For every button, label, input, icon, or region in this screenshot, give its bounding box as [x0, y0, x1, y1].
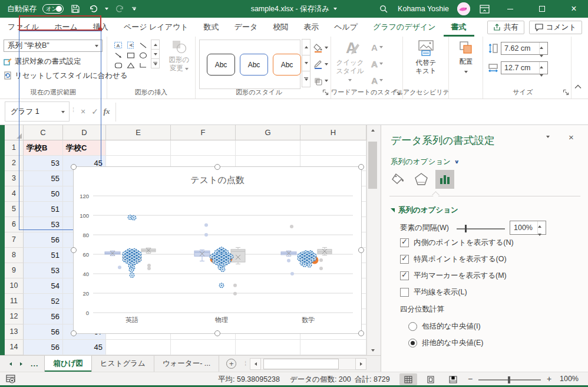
ribbon-tab-1[interactable]: ホーム: [47, 18, 85, 37]
radio-row-1[interactable]: 排他的な中央値(E): [408, 337, 483, 348]
cell-C3[interactable]: 55: [24, 171, 63, 186]
row-header-12[interactable]: 12: [5, 309, 24, 324]
checkbox-row-0[interactable]: 内側のポイントを表示する(N): [400, 237, 514, 248]
chart-element-dropdown[interactable]: 系列 "学校B": [4, 40, 103, 52]
more-sheets-icon[interactable]: ...: [31, 360, 38, 368]
row-header-13[interactable]: 13: [5, 324, 24, 340]
shape-style-black[interactable]: Abc: [207, 54, 235, 76]
outlier-point[interactable]: [233, 292, 237, 296]
vertical-scrollbar[interactable]: [366, 125, 378, 355]
quick-access-overflow-icon[interactable]: [132, 7, 136, 11]
pane-section-selector[interactable]: 系列のオプション ∨: [391, 157, 460, 167]
shape-gallery-more[interactable]: [151, 58, 160, 68]
radio-row-0[interactable]: 包括的な中央値(I): [408, 321, 481, 332]
search-icon[interactable]: [378, 3, 389, 15]
cell-C6[interactable]: 53: [24, 217, 63, 232]
cell-C12[interactable]: 56: [24, 309, 63, 324]
row-header-7[interactable]: 7: [5, 232, 24, 248]
sheet-tab-0[interactable]: 箱ひげ図: [44, 356, 92, 372]
cell-H14[interactable]: [300, 340, 366, 355]
status-average[interactable]: 平均: 59.38095238: [218, 375, 280, 385]
share-button[interactable]: 共有: [487, 21, 524, 34]
collapse-ribbon-icon[interactable]: [574, 83, 582, 91]
cell-D1[interactable]: 学校C: [63, 140, 106, 156]
chart-handle-bl[interactable]: [71, 330, 77, 336]
row-header-10[interactable]: 10: [5, 278, 24, 294]
pane-close-icon[interactable]: ×: [569, 132, 574, 142]
ribbon-tab-8[interactable]: ヘルプ: [326, 18, 365, 37]
size-dialog-launcher[interactable]: [563, 89, 569, 96]
ribbon-tab-6[interactable]: 校閲: [265, 18, 296, 37]
page-break-view-button[interactable]: [444, 373, 462, 385]
gap-width-field[interactable]: 100%: [510, 221, 546, 235]
elbow-connector-icon[interactable]: [137, 60, 149, 70]
cell-C13[interactable]: 56: [24, 324, 63, 340]
row-header-1[interactable]: 1: [5, 140, 24, 156]
scroll-up-button[interactable]: [367, 125, 379, 135]
cell-C2[interactable]: 53: [24, 156, 63, 171]
gap-width-slider[interactable]: [457, 228, 505, 229]
ribbon-tab-7[interactable]: 表示: [296, 18, 326, 37]
select-all-corner[interactable]: [5, 125, 24, 140]
shape-effects-button[interactable]: [313, 73, 328, 89]
macro-record-icon[interactable]: [6, 375, 16, 386]
chart-handle-tr[interactable]: [358, 164, 364, 170]
cell-F14[interactable]: [171, 340, 236, 355]
row-header-9[interactable]: 9: [5, 263, 24, 278]
shape-style-blue[interactable]: Abc: [240, 54, 268, 76]
row-header-11[interactable]: 11: [5, 294, 24, 309]
cell-C10[interactable]: 54: [24, 278, 63, 294]
width-spinner[interactable]: [539, 62, 547, 74]
format-selection-button[interactable]: 選択対象の書式設定: [4, 55, 81, 67]
checkbox-row-2[interactable]: 平均マーカーを表示する(M): [400, 270, 507, 281]
outlier-point[interactable]: [290, 225, 293, 228]
normal-view-button[interactable]: [399, 373, 417, 385]
style-scroll-down[interactable]: [302, 55, 310, 71]
ribbon-tab-2[interactable]: 挿入: [85, 18, 116, 37]
text-box-h-icon[interactable]: A: [112, 40, 124, 50]
y-tick-0[interactable]: 0: [86, 310, 89, 316]
y-tick-20[interactable]: 20: [82, 290, 89, 297]
checkbox-3[interactable]: [400, 288, 409, 297]
oval-shape-icon[interactable]: [137, 50, 149, 60]
prev-sheet-icon[interactable]: [9, 362, 12, 366]
outlier-point[interactable]: [319, 258, 323, 262]
new-sheet-button[interactable]: +: [226, 359, 236, 369]
comment-button[interactable]: コメント: [529, 21, 582, 34]
zoom-in-icon[interactable]: +: [547, 374, 551, 383]
cell-H1[interactable]: [300, 140, 366, 156]
row-header-2[interactable]: 2: [5, 156, 24, 171]
ribbon-tab-5[interactable]: データ: [227, 18, 266, 37]
row-header-3[interactable]: 3: [5, 171, 24, 186]
radio-0[interactable]: [408, 322, 417, 331]
name-box[interactable]: グラフ 1: [5, 101, 70, 122]
ribbon-tab-9[interactable]: グラフのデザイン: [365, 18, 443, 37]
autosave-toggle[interactable]: オン: [42, 4, 64, 14]
column-header-F[interactable]: F: [171, 125, 236, 140]
outlier-point[interactable]: [233, 284, 237, 287]
row-header-14[interactable]: 14: [5, 340, 24, 355]
gap-width-spinner[interactable]: [537, 221, 546, 234]
avatar[interactable]: [457, 2, 470, 15]
hscroll-thumb[interactable]: [263, 359, 339, 369]
checkbox-0[interactable]: [400, 238, 409, 247]
outlier-point[interactable]: [287, 259, 290, 263]
next-sheet-icon[interactable]: [20, 362, 22, 366]
zoom-slider-thumb[interactable]: [508, 376, 510, 383]
ribbon-tab-3[interactable]: ページ レイアウト: [116, 18, 196, 37]
cell-E14[interactable]: [106, 340, 171, 355]
outlier-point[interactable]: [204, 233, 208, 237]
status-sum[interactable]: 合計: 8729: [355, 375, 390, 385]
checkbox-1[interactable]: [400, 255, 409, 264]
zoom-level[interactable]: 100%: [560, 375, 579, 383]
y-tick-60[interactable]: 60: [82, 251, 89, 258]
shape-width-field[interactable]: 12.7 cm: [501, 61, 548, 74]
ribbon-tab-10[interactable]: 書式: [444, 18, 474, 37]
cell-C9[interactable]: 53: [24, 263, 63, 278]
formula-bar-splitter[interactable]: ⁞: [72, 106, 75, 113]
shape-scroll-down[interactable]: [151, 49, 160, 59]
alt-text-button[interactable]: 代替テ キスト: [403, 40, 449, 75]
checkbox-2[interactable]: [400, 271, 409, 280]
y-tick-80[interactable]: 80: [82, 232, 89, 238]
chart-handle-br[interactable]: [358, 330, 364, 336]
